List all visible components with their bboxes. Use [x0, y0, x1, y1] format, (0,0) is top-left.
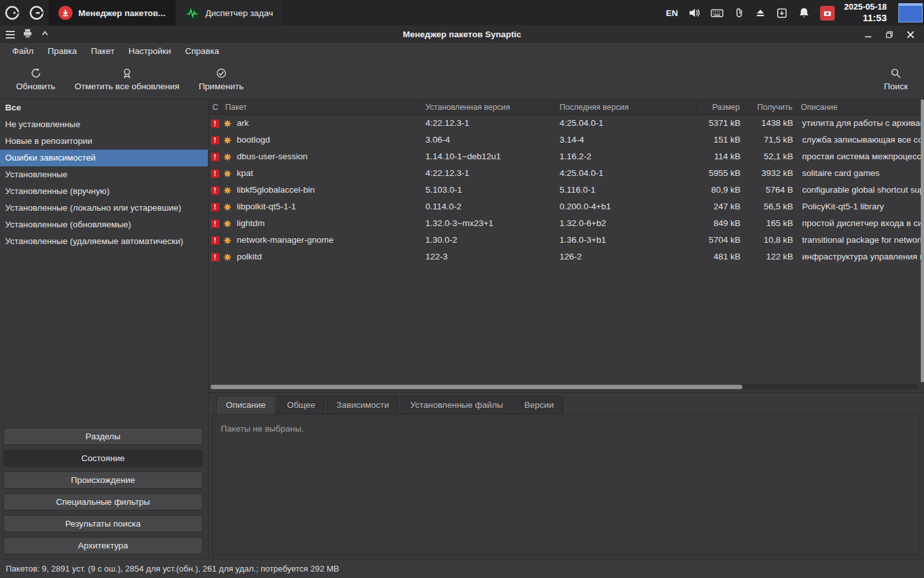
- apply-button[interactable]: Применить: [189, 65, 253, 94]
- reload-icon: [30, 67, 42, 79]
- window-menu-icon[interactable]: [6, 31, 15, 39]
- updates-icon[interactable]: [776, 7, 788, 19]
- package-name-cell: polkitd: [221, 249, 422, 265]
- package-icon: [223, 186, 232, 195]
- package-row[interactable]: !kpat4:22.12.3-14:25.04.0-15955 kB3932 k…: [209, 165, 924, 182]
- column-header-1[interactable]: Пакет: [221, 100, 422, 115]
- notifications-bell-icon[interactable]: [798, 6, 810, 19]
- tray-red-badge-icon[interactable]: [820, 6, 835, 21]
- menu-item-4[interactable]: Справка: [178, 43, 227, 60]
- package-row[interactable]: !network-manager-gnome1.30.0-21.36.0-3+b…: [209, 232, 924, 249]
- tab-3[interactable]: Установленные файлы: [400, 396, 513, 414]
- package-row[interactable]: !polkitd122-3126-2481 kB122 kBинфраструк…: [209, 249, 924, 265]
- taskbar-window-label: Менеджер пакетов...: [78, 8, 166, 18]
- minimize-button[interactable]: [859, 27, 877, 42]
- search-button[interactable]: Поиск: [875, 65, 918, 94]
- show-desktop-button[interactable]: [898, 3, 923, 22]
- package-row[interactable]: !lightdm1.32.0-3~mx23+11.32.0-6+b2849 kB…: [209, 215, 924, 232]
- filter-item-7[interactable]: Установленные (обновляемые): [0, 216, 208, 233]
- launcher-icon-2[interactable]: [24, 0, 49, 26]
- column-header-4[interactable]: Размер: [697, 100, 744, 115]
- main-area: ВсеНе установленныеНовые в репозиторииОш…: [0, 100, 924, 559]
- filter-item-6[interactable]: Установленные (локально или устаревшие): [0, 200, 208, 216]
- close-button[interactable]: [902, 27, 920, 42]
- sidebar-category-buttons: РазделыСостояниеПроисхождениеСпециальные…: [3, 423, 203, 554]
- filter-item-2[interactable]: Новые в репозитории: [0, 133, 208, 150]
- print-icon[interactable]: [22, 28, 33, 41]
- clipboard-paperclip-icon[interactable]: [733, 7, 745, 19]
- tab-2[interactable]: Зависимости: [327, 396, 398, 414]
- size-cell: 151 kB: [697, 132, 744, 148]
- clock[interactable]: 2025-05-18 11:53: [844, 2, 887, 24]
- synaptic-window: Менеджер пакетов Synaptic ФайлПравкаПаке…: [0, 26, 924, 578]
- vertical-scrollbar[interactable]: [921, 100, 924, 382]
- horizontal-scrollbar[interactable]: [210, 384, 919, 390]
- taskbar-window-synaptic[interactable]: Менеджер пакетов...: [49, 0, 176, 26]
- no-selection-placeholder: Пакеты не выбраны.: [221, 424, 911, 434]
- roll-up-icon[interactable]: [40, 29, 49, 40]
- column-header-2[interactable]: Установленная версия: [422, 100, 556, 115]
- menu-item-3[interactable]: Настройки: [121, 43, 178, 60]
- launcher-icon-1[interactable]: [0, 0, 24, 26]
- column-header-6[interactable]: Описание: [797, 100, 924, 115]
- reload-button[interactable]: Обновить: [6, 65, 65, 94]
- filter-list: ВсеНе установленныеНовые в репозиторииОш…: [0, 100, 208, 250]
- titlebar[interactable]: Менеджер пакетов Synaptic: [0, 26, 924, 43]
- sidebar-button-0[interactable]: Разделы: [3, 428, 203, 445]
- size-cell: 5704 kB: [697, 232, 744, 249]
- description-cell: solitaire card games: [797, 165, 924, 182]
- mark-all-upgrades-button[interactable]: Отметить все обновления: [65, 65, 189, 94]
- filter-item-0[interactable]: Все: [0, 100, 208, 116]
- filter-item-5[interactable]: Установленные (вручную): [0, 183, 208, 200]
- package-row[interactable]: !libpolkit-qt5-1-10.114.0-20.200.0-4+b12…: [209, 198, 924, 215]
- installed-version-cell: 4:22.12.3-1: [422, 115, 556, 132]
- keyboard-layout-indicator[interactable]: EN: [666, 8, 678, 18]
- mark-all-upgrades-label: Отметить все обновления: [74, 82, 180, 91]
- filter-item-4[interactable]: Установленные: [0, 166, 208, 183]
- sidebar: ВсеНе установленныеНовые в репозиторииОш…: [0, 100, 209, 559]
- package-name-cell: libpolkit-qt5-1-1: [221, 198, 422, 215]
- download-cell: 71,5 kB: [744, 132, 797, 148]
- reload-label: Обновить: [16, 82, 55, 91]
- size-cell: 5955 kB: [697, 165, 744, 182]
- sidebar-button-1[interactable]: Состояние: [3, 450, 203, 467]
- horizontal-scrollbar-thumb[interactable]: [210, 385, 742, 389]
- column-header-0[interactable]: С: [209, 100, 221, 115]
- content-area: СПакетУстановленная версияПоследняя верс…: [209, 100, 924, 559]
- column-header-5[interactable]: Получить: [744, 100, 797, 115]
- sidebar-button-3[interactable]: Специальные фильтры: [3, 493, 203, 511]
- filter-item-1[interactable]: Не установленные: [0, 116, 208, 133]
- tab-1[interactable]: Общее: [277, 396, 325, 414]
- description-cell: transitional package for network-manager: [797, 232, 924, 249]
- column-header-3[interactable]: Последняя версия: [556, 100, 697, 115]
- taskbar-window-taskmanager[interactable]: Диспетчер задач: [176, 0, 284, 26]
- menu-item-0[interactable]: Файл: [5, 43, 40, 60]
- installed-version-cell: 122-3: [422, 249, 556, 265]
- launcher-logo-icon: [4, 4, 21, 21]
- volume-icon[interactable]: [688, 6, 701, 19]
- sidebar-button-2[interactable]: Происхождение: [3, 471, 203, 489]
- sidebar-button-5[interactable]: Архитектура: [3, 537, 203, 554]
- package-row[interactable]: !ark4:22.12.3-14:25.04.0-15371 kB1438 kB…: [209, 115, 924, 132]
- package-name-cell: kpat: [221, 165, 422, 182]
- launcher-logo-icon: [28, 4, 45, 21]
- menu-item-2[interactable]: Пакет: [84, 43, 122, 60]
- size-cell: 849 kB: [697, 215, 744, 232]
- taskbar: Менеджер пакетов... Диспетчер задач EN: [0, 0, 924, 26]
- keyboard-icon[interactable]: [710, 6, 724, 20]
- package-row[interactable]: !bootlogd3.06-43.14-4151 kB71,5 kBслужба…: [209, 132, 924, 148]
- tab-4[interactable]: Версии: [515, 396, 563, 414]
- package-row[interactable]: !dbus-user-session1.14.10-1~deb12u11.16.…: [209, 148, 924, 165]
- eject-icon[interactable]: [755, 7, 766, 19]
- vertical-scrollbar-thumb[interactable]: [921, 100, 924, 382]
- tab-0[interactable]: Описание: [216, 396, 275, 414]
- filter-item-8[interactable]: Установленные (удаляемые автоматически): [0, 233, 208, 250]
- size-cell: 247 kB: [697, 198, 744, 215]
- menu-item-1[interactable]: Правка: [40, 43, 84, 60]
- filter-item-3[interactable]: Ошибки зависимостей: [0, 150, 208, 166]
- sidebar-button-4[interactable]: Результаты поиска: [3, 515, 203, 532]
- package-name-cell: ark: [221, 115, 422, 132]
- package-row[interactable]: !libkf5globalaccel-bin5.103.0-15.116.0-1…: [209, 182, 924, 198]
- download-cell: 5764 B: [744, 182, 797, 198]
- maximize-button[interactable]: [880, 27, 898, 42]
